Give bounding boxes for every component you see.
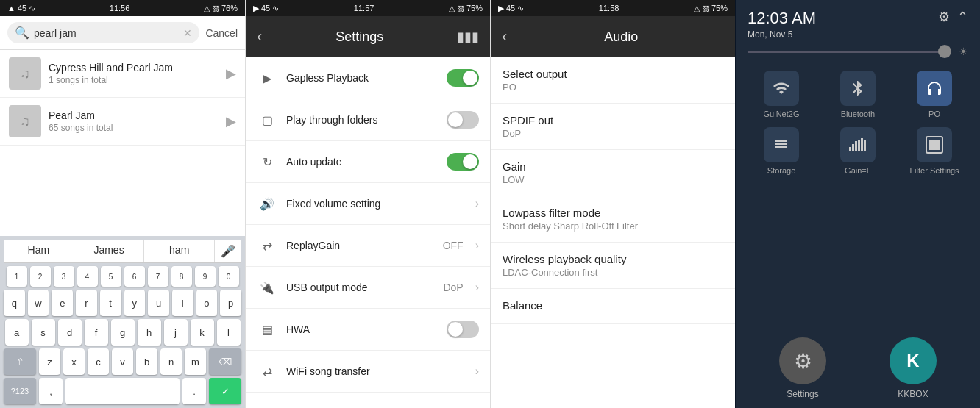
key-o[interactable]: o [196,290,218,316]
audio-item-lowpass[interactable]: Lowpass filter mode Short delay Sharp Ro… [491,196,735,243]
cancel-button[interactable]: Cancel [205,27,238,39]
music-title: Pearl Jam [49,110,219,121]
key-k[interactable]: k [191,319,214,346]
key-4[interactable]: 4 [77,266,98,287]
bars-icon[interactable]: ▮▮▮ [457,29,479,45]
microphone-icon[interactable]: 🎤 [215,240,241,262]
qwerty-row: q w e r t y u i o p [4,290,241,316]
audio-item-output[interactable]: Select output PO [491,57,735,104]
qs-tile-bluetooth[interactable]: Bluetooth [824,71,892,118]
key-f[interactable]: f [85,319,108,346]
key-3[interactable]: 3 [54,266,74,287]
key-7[interactable]: 7 [148,266,168,287]
key-9[interactable]: 9 [195,266,216,287]
brightness-thumb[interactable] [938,45,951,58]
key-w[interactable]: w [28,290,49,316]
qs-tile-filter[interactable]: Filter Settings [901,127,968,175]
lowpass-subtitle: Short delay Sharp Roll-Off Filter [503,221,723,232]
key-e[interactable]: e [52,290,73,316]
key-i[interactable]: i [172,290,193,316]
folders-toggle[interactable] [447,111,479,129]
key-d[interactable]: d [58,319,82,346]
key-c[interactable]: c [88,348,109,375]
hwa-toggle[interactable] [447,321,479,338]
search-input-wrap[interactable]: 🔍 ✕ [7,22,199,43]
key-y[interactable]: y [124,290,146,316]
play-icon[interactable]: ▶ [226,113,236,129]
gear-icon[interactable]: ⚙ [938,9,950,25]
bat-2: 75% [466,4,483,12]
enter-key[interactable]: ✓ [209,378,241,404]
audio-item-balance[interactable]: Balance [491,289,735,324]
back-arrow-audio[interactable]: ‹ [502,27,507,46]
key-0[interactable]: 0 [219,266,239,287]
gapless-toggle[interactable] [447,69,479,87]
svg-rect-3 [858,140,860,151]
settings-item-replaygain[interactable]: ⇄ ReplayGain OFF › [246,225,490,267]
settings-item-autoupdate[interactable]: ↻ Auto update [246,141,490,183]
suggestion-2[interactable]: James [74,240,145,262]
autoupdate-toggle[interactable] [447,153,479,171]
key-q[interactable]: q [4,290,25,316]
replaygain-label: ReplayGain [286,240,434,251]
key-h[interactable]: h [138,319,161,346]
qs-tile-gainl[interactable]: Gain=L [824,127,892,175]
wireless-subtitle: LDAC-Connection first [503,267,723,278]
key-a[interactable]: a [5,319,29,346]
key-l[interactable]: l [217,319,241,346]
key-z[interactable]: z [39,348,60,375]
play-icon[interactable]: ▶ [226,65,236,82]
suggestion-3[interactable]: ham [144,240,215,262]
list-item[interactable]: ♫ Pearl Jam 65 songs in total ▶ [0,98,245,146]
space-key[interactable] [65,378,180,404]
search-input[interactable] [34,27,179,39]
period-key[interactable]: . [182,378,206,404]
key-5[interactable]: 5 [101,266,121,287]
clear-icon[interactable]: ✕ [183,27,192,39]
key-n[interactable]: n [160,348,182,375]
key-j[interactable]: j [164,319,188,346]
key-1[interactable]: 1 [7,266,27,287]
key-x[interactable]: x [63,348,85,375]
key-u[interactable]: u [148,290,169,316]
kkbox-app-tile[interactable]: K KKBOX [890,337,937,399]
settings-app-tile[interactable]: ⚙ Settings [779,337,826,399]
key-g[interactable]: g [111,319,135,346]
key-t[interactable]: t [100,290,121,316]
audio-item-spdif[interactable]: SPDIF out DoP [491,104,735,150]
key-b[interactable]: b [136,348,157,375]
audio-item-wireless[interactable]: Wireless playback quality LDAC-Connectio… [491,243,735,289]
settings-item-volume[interactable]: 🔊 Fixed volume setting › [246,183,490,225]
qs-tile-po[interactable]: PO [901,71,968,118]
key-p[interactable]: p [220,290,241,316]
key-8[interactable]: 8 [171,266,192,287]
key-r[interactable]: r [76,290,97,316]
qs-tile-storage[interactable]: Storage [748,127,815,175]
key-6[interactable]: 6 [124,266,145,287]
settings-item-gapless[interactable]: ▶ Gapless Playback [246,57,490,99]
back-arrow-settings[interactable]: ‹ [257,27,262,46]
audio-item-gain[interactable]: Gain LOW [491,150,735,196]
brightness-bar[interactable] [748,51,951,53]
list-item[interactable]: ♫ Cypress Hill and Pearl Jam 1 songs in … [0,50,245,98]
suggestion-1[interactable]: Ham [4,240,74,262]
settings-item-usb[interactable]: 🔌 USB output mode DoP › [246,267,490,309]
vol-val-2: 45 [261,4,270,12]
key-v[interactable]: v [112,348,133,375]
status-left-2: ▶ 45 ∿ [253,4,279,13]
settings-item-hwa[interactable]: ▤ HWA [246,309,490,351]
backspace-key[interactable]: ⌫ [209,348,241,375]
settings-item-wifi[interactable]: ⇄ WiFi song transfer › [246,351,490,393]
status-bar-2: ▶ 45 ∿ 11:57 △ ▨ 75% [246,0,490,16]
settings-item-folders[interactable]: ▢ Play through folders [246,99,490,141]
storage-tile-icon [764,127,799,162]
comma-key[interactable]: , [39,378,63,404]
key-2[interactable]: 2 [30,266,51,287]
wifi-2: △ [449,4,455,13]
qs-tile-guinet2g[interactable]: GuiNet2G [748,71,815,118]
num-mode-key[interactable]: ?123 [4,378,36,404]
shift-key[interactable]: ⇧ [4,348,36,375]
collapse-icon[interactable]: ⌃ [957,9,968,25]
key-m[interactable]: m [185,348,206,375]
key-s[interactable]: s [32,319,55,346]
